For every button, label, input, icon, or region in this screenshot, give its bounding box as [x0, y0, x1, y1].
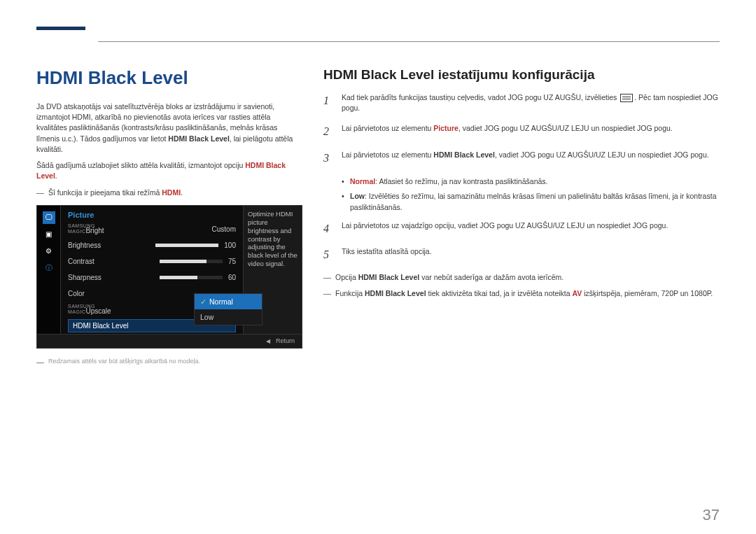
step-4: 4 Lai pārvietotos uz vajadzīgo opciju, v… — [323, 220, 720, 237]
step-num-3: 3 — [323, 150, 333, 166]
bullet-low: Low: Izvēlēties šo režīmu, lai samazināt… — [342, 190, 720, 213]
picture-icon: ▣ — [43, 228, 55, 241]
option-bullets: Normal: Atlasiet šo režīmu, ja nav kontr… — [342, 176, 720, 213]
note1-text: Šī funkcija ir pieejama tikai režīmā HDM… — [48, 188, 183, 198]
osd-item-brightness: Brightness 100 — [68, 237, 236, 253]
contrast-bar — [160, 260, 223, 263]
s3-hl: HDMI Black Level — [433, 150, 495, 159]
info-icon: ⓘ — [43, 262, 55, 274]
left-column: HDMI Black Level Ja DVD atskaņotājs vai … — [36, 67, 302, 373]
osd-main: Picture SAMSUNGMAGICBright Custom Bright… — [61, 206, 243, 334]
s5-text: Tiks iestatīta atlasītā opcija. — [342, 246, 432, 262]
osd-header: Picture — [61, 206, 243, 221]
n1-hl: HDMI Black Level — [358, 273, 420, 281]
dash-icon-4: ― — [323, 288, 331, 299]
step-3: 3 Lai pārvietotos uz elementu HDMI Black… — [323, 150, 720, 166]
n2-hl1: HDMI Black Level — [365, 289, 426, 297]
footnote-1: ― Opcija HDMI Black Level var nebūt sade… — [323, 272, 720, 283]
return-label: Return — [276, 337, 295, 344]
b2-hl: Low — [350, 192, 365, 200]
left-arrow-icon: ◀ — [266, 338, 270, 344]
b2-text: : Izvēlēties šo režīmu, lai samazinātu m… — [350, 192, 716, 211]
osd-footer: ◀ Return — [37, 334, 302, 348]
page-number: 37 — [703, 506, 720, 524]
brightness-label: Brightness — [68, 241, 101, 249]
page-title: HDMI Black Level — [36, 67, 302, 89]
submenu-normal: ✓Normal — [195, 294, 262, 309]
color-label: Color — [68, 290, 85, 297]
step-1: 1 Kad tiek parādīts funkcijas taustiņu c… — [323, 92, 720, 113]
s2-a: Lai pārvietotos uz elementu — [342, 124, 433, 132]
dash-icon-2: ― — [36, 357, 44, 367]
menu-icon — [620, 94, 633, 102]
n2-m: tiek aktivizēta tikai tad, ja ir izvēlēt… — [426, 289, 573, 297]
osd-sidebar: 🖵 ▣ ⚙ ⓘ — [37, 206, 61, 334]
sharpness-bar — [160, 276, 223, 279]
dash-icon: ― — [36, 188, 44, 198]
bright-val: Custom — [212, 225, 236, 233]
n1-b: var nebūt saderīga ar dažām avota ierīcē… — [419, 273, 564, 281]
s2-b: , vadiet JOG pogu UZ AUGŠU/UZ LEJU un no… — [458, 124, 673, 132]
contrast-val: 75 — [228, 258, 236, 265]
s1-a: Kad tiek parādīts funkcijas taustiņu ceļ… — [342, 93, 619, 101]
image-caption: ― Redzamais attēls var būt atšķirīgs atk… — [36, 357, 302, 367]
n2-b: izšķirtspēja, piemēram, 720P un 1080P. — [582, 289, 713, 297]
step-2: 2 Lai pārvietotos uz elementu Picture, v… — [323, 123, 720, 139]
osd-screenshot: 🖵 ▣ ⚙ ⓘ Picture SAMSUNGMAGICBright Custo… — [36, 205, 302, 349]
bright-label: Bright — [85, 227, 104, 234]
step-num-2: 2 — [323, 123, 333, 139]
osd-item-contrast: Contrast 75 — [68, 253, 236, 269]
footnote-2: ― Funkcija HDMI Black Level tiek aktiviz… — [323, 288, 720, 299]
bright-line2: MAGIC — [68, 229, 85, 234]
s2-hl: Picture — [433, 124, 458, 132]
step-num-4: 4 — [323, 220, 333, 237]
sharpness-label: Sharpness — [68, 274, 102, 281]
osd-submenu: ✓Normal Low — [194, 293, 262, 325]
s3-b: , vadiet JOG pogu UZ AUGŠU/UZ LEJU un no… — [495, 150, 709, 159]
section-title: HDMI Black Level iestatījumu konfigurāci… — [323, 67, 720, 83]
upscale-line2: MAGIC — [68, 309, 85, 314]
caption-text: Redzamais attēls var būt atšķirīgs atkar… — [48, 357, 200, 367]
options-icon: ⚙ — [43, 245, 55, 258]
n2-a: Funkcija — [335, 289, 365, 297]
brightness-bar — [155, 244, 218, 247]
sharpness-val: 60 — [228, 274, 236, 281]
note-1: ― Šī funkcija ir pieejama tikai režīmā H… — [36, 188, 302, 198]
submenu-low: Low — [195, 309, 262, 325]
bullet-normal: Normal: Atlasiet šo režīmu, ja nav kontr… — [342, 176, 720, 187]
check-icon: ✓ — [200, 297, 206, 306]
dash-icon-3: ― — [323, 272, 331, 283]
step-num-5: 5 — [323, 246, 333, 262]
right-column: HDMI Black Level iestatījumu konfigurāci… — [323, 67, 720, 373]
para2-b: . — [55, 171, 57, 180]
note1-hl: HDMI — [162, 188, 181, 197]
intro-paragraph-1: Ja DVD atskaņotājs vai satelītuztvērēja … — [36, 101, 302, 155]
horizontal-rule — [98, 41, 720, 42]
contrast-label: Contrast — [68, 258, 94, 265]
para2-a: Šādā gadījumā uzlabojiet slikto attēla k… — [36, 161, 245, 169]
step-num-1: 1 — [323, 92, 333, 113]
b1-hl: Normal — [350, 177, 375, 185]
n1-a: Opcija — [335, 273, 358, 281]
monitor-icon: 🖵 — [43, 211, 55, 224]
note1-b: . — [181, 188, 183, 197]
n2-hl2: AV — [573, 289, 582, 297]
brightness-val: 100 — [224, 241, 236, 249]
accent-bar — [36, 27, 85, 30]
para1-hl: HDMI Black Level — [168, 134, 230, 143]
upscale-label: Upscale — [85, 307, 111, 315]
s4-text: Lai pārvietotos uz vajadzīgo opciju, vad… — [342, 220, 668, 237]
step-5: 5 Tiks iestatīta atlasītā opcija. — [323, 246, 720, 262]
osd-item-sharpness: Sharpness 60 — [68, 269, 236, 286]
osd-item-bright: SAMSUNGMAGICBright Custom — [68, 221, 236, 237]
s3-a: Lai pārvietotos uz elementu — [342, 150, 433, 159]
note1-a: Šī funkcija ir pieejama tikai režīmā — [48, 188, 162, 197]
opt-normal: Normal — [209, 297, 233, 306]
b1-text: : Atlasiet šo režīmu, ja nav kontrasta p… — [375, 177, 547, 185]
intro-paragraph-2: Šādā gadījumā uzlabojiet slikto attēla k… — [36, 160, 302, 181]
